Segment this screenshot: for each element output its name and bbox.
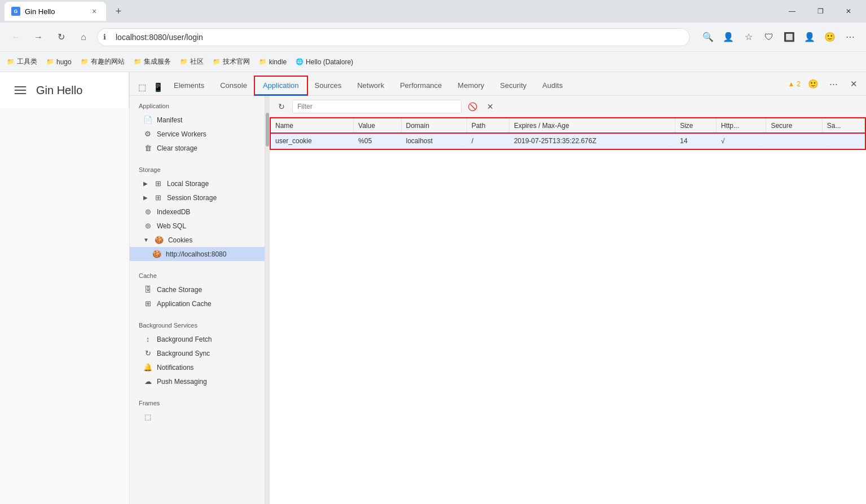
- hamburger-menu[interactable]: [11, 81, 29, 99]
- section-cache: Cache: [130, 266, 265, 282]
- tab-favicon: G: [11, 7, 20, 16]
- sidebar-scroll-thumb[interactable]: [266, 113, 269, 147]
- sidebar-item-local-storage[interactable]: ▶ ⊞ Local Storage: [130, 176, 265, 191]
- more-icon[interactable]: ⋯: [841, 28, 859, 46]
- tab-performance[interactable]: Performance: [392, 77, 450, 95]
- expand-icon: ▼: [143, 237, 149, 243]
- profile-icon[interactable]: 👤: [719, 28, 737, 46]
- bookmark-integration[interactable]: 📁 集成服务: [134, 57, 171, 67]
- cookie-table-body: user_cookie %05 localhost / 2019-07-25T1…: [271, 134, 865, 149]
- home-button[interactable]: ⌂: [74, 28, 93, 46]
- sidebar-label-websql: Web SQL: [157, 222, 186, 230]
- sidebar-item-clear-storage[interactable]: 🗑 Clear storage: [130, 141, 265, 155]
- new-tab-button[interactable]: +: [111, 3, 126, 19]
- device-toggle-icon[interactable]: 📱: [150, 79, 166, 95]
- sidebar-item-push-messaging[interactable]: ☁ Push Messaging: [130, 374, 265, 388]
- devtools-close-icon[interactable]: ✕: [846, 76, 861, 92]
- bookmark-kindle[interactable]: 📁 kindle: [259, 58, 287, 66]
- hamburger-line: [15, 86, 26, 87]
- smiley-icon[interactable]: 🙂: [805, 76, 821, 92]
- sidebar-item-cookies[interactable]: ▼ 🍪 Cookies: [130, 233, 265, 247]
- sidebar-item-websql[interactable]: ⊚ Web SQL: [130, 219, 265, 233]
- cookies-icon: 🍪: [155, 236, 164, 244]
- extension-icon[interactable]: 🔲: [780, 28, 798, 46]
- more-options-icon[interactable]: ⋯: [825, 76, 841, 92]
- user-icon[interactable]: 👤: [801, 28, 819, 46]
- sidebar-scrollbar[interactable]: [265, 96, 270, 504]
- sidebar-label-cookies: Cookies: [168, 236, 192, 244]
- sidebar-item-notifications[interactable]: 🔔 Notifications: [130, 360, 265, 374]
- bookmark-hugo[interactable]: 📁 hugo: [46, 58, 72, 66]
- sidebar-item-bg-sync[interactable]: ↻ Background Sync: [130, 346, 265, 360]
- expand-icon: ▶: [143, 194, 148, 201]
- folder-icon: 📁: [134, 58, 142, 65]
- url-bar[interactable]: ℹ localhost:8080/user/login: [97, 28, 690, 46]
- bookmark-interesting[interactable]: 📁 有趣的网站: [81, 57, 125, 67]
- tab-memory[interactable]: Memory: [450, 77, 492, 95]
- bookmark-tech[interactable]: 📁 技术官网: [213, 57, 250, 67]
- element-picker-icon[interactable]: ⬚: [134, 79, 150, 95]
- search-icon[interactable]: 🔍: [699, 28, 717, 46]
- cell-expires: 2019-07-25T13:35:22.676Z: [509, 134, 675, 149]
- app-cache-icon: ⊞: [143, 299, 152, 308]
- url-text: localhost:8080/user/login: [116, 33, 203, 42]
- sidebar-item-session-storage[interactable]: ▶ ⊞ Session Storage: [130, 191, 265, 205]
- devtools-panel: ⬚ 📱 Elements Console Application Sources…: [130, 72, 866, 504]
- bg-sync-icon: ↻: [143, 349, 152, 357]
- bookmark-tools[interactable]: 📁 工具类: [7, 57, 37, 67]
- sidebar-item-service-workers[interactable]: ⚙ Service Workers: [130, 127, 265, 141]
- browser-tab[interactable]: G Gin Hello ×: [5, 2, 106, 21]
- close-button[interactable]: ✕: [836, 2, 861, 20]
- tab-elements[interactable]: Elements: [166, 77, 212, 95]
- tab-application[interactable]: Application: [255, 77, 307, 95]
- app-title-text: Gin Hello: [36, 84, 82, 97]
- cell-httponly: √: [716, 134, 766, 149]
- app-title-bar: Gin Hello: [0, 72, 129, 108]
- indexeddb-icon: ⊚: [143, 207, 152, 216]
- tab-close-button[interactable]: ×: [89, 6, 99, 16]
- sidebar-item-localhost[interactable]: 🍪 http://localhost:8080: [130, 247, 265, 261]
- filter-input[interactable]: [292, 100, 461, 113]
- section-frames: Frames: [130, 393, 265, 410]
- smile-icon[interactable]: 🙂: [821, 28, 839, 46]
- clear-filter-button[interactable]: ✕: [483, 99, 498, 114]
- folder-icon: 📁: [81, 58, 89, 65]
- table-row[interactable]: user_cookie %05 localhost / 2019-07-25T1…: [271, 134, 865, 149]
- tab-network[interactable]: Network: [349, 77, 392, 95]
- reload-button[interactable]: ↻: [52, 28, 70, 46]
- minimize-button[interactable]: —: [779, 2, 805, 20]
- hamburger-line: [15, 93, 26, 94]
- sidebar-item-bg-fetch[interactable]: ↕ Background Fetch: [130, 332, 265, 346]
- warning-badge[interactable]: ▲ 2: [788, 80, 801, 88]
- forward-button[interactable]: →: [29, 28, 47, 46]
- sidebar-item-manifest[interactable]: 📄 Manifest: [130, 113, 265, 127]
- sidebar-item-cache-storage[interactable]: 🗄 Cache Storage: [130, 282, 265, 297]
- clear-storage-icon: 🗑: [143, 144, 152, 152]
- bookmark-community[interactable]: 📁 社区: [180, 57, 204, 67]
- sidebar-label-session-storage: Session Storage: [167, 194, 217, 202]
- tab-sources[interactable]: Sources: [307, 77, 350, 95]
- refresh-button[interactable]: ↻: [274, 99, 289, 114]
- folder-icon: 📁: [213, 58, 221, 65]
- sidebar-item-indexeddb[interactable]: ⊚ IndexedDB: [130, 205, 265, 219]
- tab-console[interactable]: Console: [212, 77, 255, 95]
- star-icon[interactable]: ☆: [740, 28, 758, 46]
- sidebar-item-app-cache[interactable]: ⊞ Application Cache: [130, 297, 265, 311]
- cookie-url-icon: 🍪: [152, 250, 161, 258]
- block-button[interactable]: 🚫: [465, 99, 480, 114]
- shield-icon[interactable]: 🛡: [760, 28, 778, 46]
- address-bar: ← → ↻ ⌂ ℹ localhost:8080/user/login 🔍 👤 …: [0, 23, 866, 52]
- tab-security[interactable]: Security: [492, 77, 534, 95]
- devtools-tab-icons: ▲ 2 🙂 ⋯ ✕: [788, 76, 861, 95]
- back-button[interactable]: ←: [7, 28, 25, 46]
- maximize-button[interactable]: ❐: [807, 2, 833, 20]
- col-httponly: Http...: [716, 118, 766, 134]
- tab-audits[interactable]: Audits: [534, 77, 570, 95]
- devtools-tabs: ⬚ 📱 Elements Console Application Sources…: [130, 72, 866, 96]
- sidebar-label-localhost: http://localhost:8080: [166, 250, 226, 258]
- cell-samesite: [822, 134, 864, 149]
- hamburger-line: [15, 90, 26, 91]
- bookmark-datalore[interactable]: 🌐 Hello (Datalore): [296, 58, 353, 66]
- sidebar-item-frame[interactable]: ⬚: [130, 410, 265, 424]
- panel-sidebar: Application 📄 Manifest ⚙ Service Workers…: [130, 96, 265, 504]
